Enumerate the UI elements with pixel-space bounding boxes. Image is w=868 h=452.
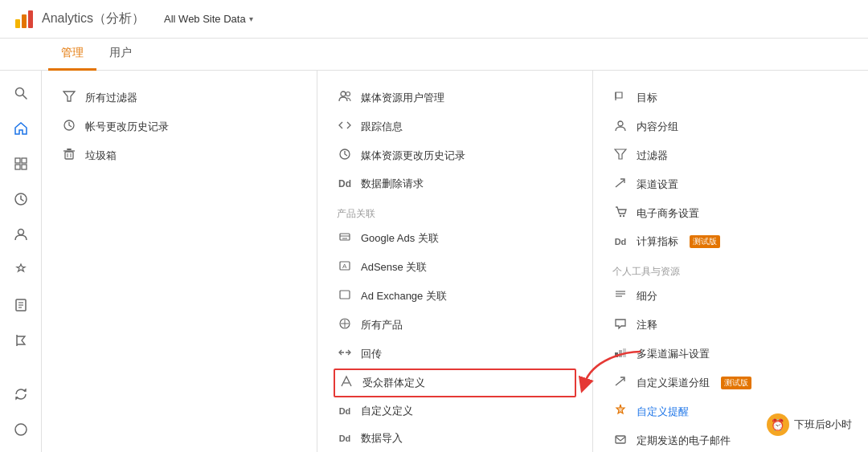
svg-point-42: [623, 215, 624, 217]
column-2: 媒体资源用户管理 跟踪信息 媒体资源更改历史记录 Dd 数据删除请求 产品关联: [317, 71, 593, 452]
sidebar-icon-settings[interactable]: [5, 254, 37, 286]
scheduled-email-icon: [612, 433, 628, 449]
menu-item-user-mgmt[interactable]: 媒体资源用户管理: [334, 83, 576, 112]
sidebar-icon-flag[interactable]: [5, 324, 37, 356]
menu-item-ecommerce[interactable]: 电子商务设置: [609, 199, 852, 228]
column-3: 目标 内容分组 过滤器 渠道设置: [593, 71, 868, 452]
menu-item-ad-exchange[interactable]: Ad Exchange 关联: [334, 282, 576, 311]
svg-line-4: [23, 96, 27, 100]
menu-item-segments[interactable]: 细分: [609, 282, 852, 311]
sidebar-icon-info[interactable]: [5, 413, 37, 446]
analytics-logo-icon: [13, 8, 35, 31]
menu-item-audience[interactable]: 受众群体定义: [334, 369, 576, 397]
menu-item-all-filters[interactable]: 所有过滤器: [58, 83, 301, 112]
menu-item-filters[interactable]: 过滤器: [609, 141, 852, 170]
all-products-icon: [337, 317, 353, 333]
channel-settings-icon: [612, 177, 628, 193]
custom-alerts-icon: [612, 404, 628, 420]
menu-item-data-delete[interactable]: Dd 数据删除请求: [334, 170, 576, 197]
data-import-icon: Dd: [337, 434, 353, 443]
menu-item-goals[interactable]: 目标: [609, 83, 852, 112]
custom-channel-icon: [612, 375, 628, 391]
menu-item-custom-channel[interactable]: 自定义渠道分组 测试版: [609, 369, 852, 397]
menu-item-multi-channel[interactable]: 多渠道漏斗设置: [609, 340, 852, 369]
calc-metrics-beta-badge: 测试版: [690, 235, 720, 248]
audience-icon: [338, 375, 354, 391]
menu-item-trash[interactable]: 垃圾箱: [58, 141, 301, 170]
sidebar-icon-search[interactable]: [5, 77, 37, 109]
dd-icon: Dd: [337, 178, 353, 189]
svg-point-39: [618, 121, 623, 126]
watermark-icon: ⏰: [767, 413, 789, 436]
tab-user[interactable]: 用户: [96, 39, 145, 71]
menu-item-custom-def[interactable]: Dd 自定义定义: [334, 397, 576, 425]
data-selector-label: All Web Site Data: [164, 13, 246, 25]
menu-item-calc-metrics[interactable]: Dd 计算指标 测试版: [609, 228, 852, 255]
chevron-down-icon: ▾: [249, 14, 253, 23]
ecommerce-icon: [612, 206, 628, 222]
history-icon: [61, 119, 77, 135]
app-title: Analytics（分析）: [42, 10, 145, 27]
svg-rect-46: [615, 352, 618, 357]
svg-rect-0: [15, 19, 20, 28]
sidebar-icon-grid[interactable]: [5, 148, 37, 180]
filter-icon: [61, 90, 77, 106]
goals-icon: [612, 90, 628, 106]
custom-def-icon: Dd: [337, 406, 353, 416]
rollup-icon: [337, 346, 353, 362]
menu-item-google-ads[interactable]: Google Ads 关联: [334, 224, 576, 253]
menu-item-tracking[interactable]: 跟踪信息: [334, 112, 576, 141]
svg-rect-6: [22, 158, 27, 163]
sidebar-icon-doc[interactable]: [5, 289, 37, 321]
annotations-icon: [612, 317, 628, 333]
product-links-label: 产品关联: [334, 197, 576, 224]
left-sidebar: [0, 71, 42, 452]
menu-item-channel-settings[interactable]: 渠道设置: [609, 170, 852, 199]
watermark: ⏰ 下班后8小时: [767, 413, 852, 436]
personal-tools-label: 个人工具与资源: [609, 255, 852, 282]
menu-item-all-products[interactable]: 所有产品: [334, 311, 576, 340]
menu-item-property-history[interactable]: 媒体资源更改历史记录: [334, 141, 576, 170]
svg-marker-17: [63, 92, 75, 101]
svg-point-16: [15, 424, 27, 435]
segments-icon: [612, 288, 628, 304]
svg-point-10: [18, 230, 23, 235]
sidebar-icon-clock[interactable]: [5, 183, 37, 215]
data-selector[interactable]: All Web Site Data ▾: [158, 10, 260, 28]
svg-point-24: [341, 92, 346, 96]
property-history-icon: [337, 148, 353, 164]
svg-point-41: [620, 215, 621, 217]
content-area: 所有过滤器 帐号更改历史记录 垃圾箱 媒体资源用户管理: [42, 71, 868, 452]
svg-rect-5: [15, 158, 20, 163]
menu-item-data-import[interactable]: Dd 数据导入: [334, 425, 576, 452]
menu-item-annotations[interactable]: 注释: [609, 311, 852, 340]
sidebar-icon-person[interactable]: [5, 218, 37, 250]
logo-area: Analytics（分析）: [13, 8, 145, 31]
svg-rect-1: [22, 14, 27, 28]
tab-admin[interactable]: 管理: [48, 39, 96, 71]
svg-rect-27: [340, 234, 350, 240]
custom-channel-beta-badge: 测试版: [721, 377, 751, 389]
menu-item-account-history[interactable]: 帐号更改历史记录: [58, 112, 301, 141]
sidebar-icon-refresh[interactable]: [5, 378, 37, 410]
main-layout: 所有过滤器 帐号更改历史记录 垃圾箱 媒体资源用户管理: [0, 71, 868, 452]
svg-marker-40: [615, 149, 626, 159]
menu-item-adsense[interactable]: A AdSense 关联: [334, 253, 576, 282]
svg-rect-47: [619, 350, 622, 357]
svg-rect-19: [65, 152, 73, 159]
sidebar-icon-home[interactable]: [5, 112, 37, 145]
adsense-icon: A: [337, 259, 353, 275]
svg-rect-7: [15, 165, 20, 169]
code-icon: [337, 119, 353, 135]
menu-item-rollup[interactable]: 回传: [334, 340, 576, 369]
multi-channel-icon: [612, 346, 628, 362]
svg-point-25: [346, 92, 350, 96]
users-icon: [337, 90, 353, 106]
svg-rect-8: [22, 165, 27, 169]
trash-icon: [61, 148, 77, 164]
content-group-icon: [612, 119, 628, 135]
svg-rect-49: [616, 436, 625, 443]
svg-rect-48: [623, 348, 626, 357]
sidebar-bottom: [5, 378, 37, 452]
menu-item-content-group[interactable]: 内容分组: [609, 112, 852, 141]
